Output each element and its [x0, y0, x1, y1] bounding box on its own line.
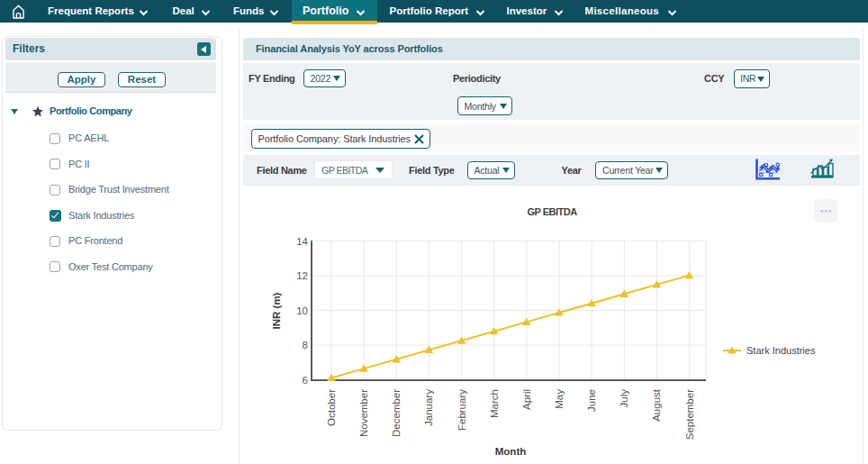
- svg-text:November: November: [358, 389, 369, 437]
- svg-text:March: March: [489, 389, 500, 418]
- svg-text:August: August: [651, 388, 662, 422]
- svg-text:Stark Industries: Stark Industries: [746, 345, 816, 356]
- svg-text:December: December: [391, 389, 402, 437]
- svg-text:June: June: [586, 389, 597, 412]
- svg-text:6: 6: [303, 375, 308, 386]
- svg-text:January: January: [423, 389, 434, 426]
- svg-text:Month: Month: [495, 446, 526, 457]
- svg-text:GP EBITDA: GP EBITDA: [527, 206, 577, 217]
- svg-text:July: July: [619, 389, 629, 408]
- svg-text:10: 10: [296, 305, 308, 316]
- svg-text:12: 12: [296, 270, 308, 281]
- svg-text:September: September: [684, 389, 695, 440]
- svg-text:February: February: [457, 389, 467, 431]
- svg-text:May: May: [554, 389, 565, 409]
- svg-text:14: 14: [296, 236, 308, 247]
- svg-text:INR (m): INR (m): [271, 292, 282, 329]
- svg-text:April: April: [521, 389, 532, 410]
- svg-text:8: 8: [303, 340, 308, 350]
- svg-text:October: October: [326, 389, 337, 426]
